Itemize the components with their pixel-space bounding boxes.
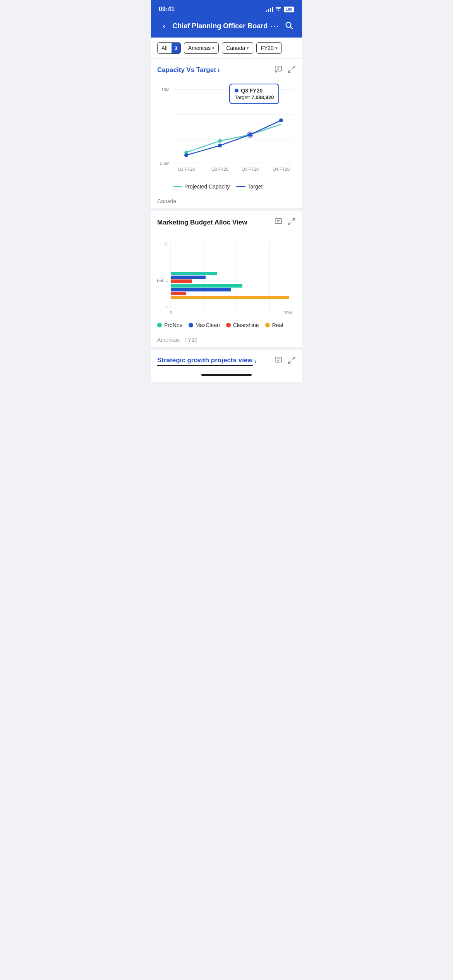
all-label: All: [158, 43, 172, 53]
marketing-chart-title: Marketing Budget Alloc View: [157, 219, 247, 226]
svg-rect-41: [171, 276, 206, 279]
chart-actions: [274, 65, 296, 75]
canada-section-label: Canada: [151, 194, 302, 208]
budget-header: Marketing Budget Alloc View: [157, 218, 296, 228]
marketing-budget-section: Marketing Budget Alloc View: [151, 211, 302, 333]
svg-text:Q3 FY20: Q3 FY20: [242, 167, 259, 171]
expand-icon[interactable]: [287, 65, 296, 75]
region-label: Americas: [188, 45, 211, 51]
country-chevron-icon: ▾: [247, 46, 249, 51]
status-bar: 09:41 100: [151, 0, 302, 17]
divider-2: [151, 347, 302, 350]
budget-chart-actions: [274, 218, 296, 228]
strategic-expand-icon[interactable]: [287, 356, 296, 366]
svg-rect-42: [171, 279, 192, 283]
svg-text:2.5M: 2.5M: [160, 161, 170, 166]
svg-rect-46: [171, 296, 289, 299]
footer-section: Americas FY20: [151, 333, 302, 347]
strategic-section: Strategic growth projects view ›: [151, 350, 302, 371]
svg-point-24: [279, 118, 283, 122]
svg-text:0: 0: [170, 310, 172, 315]
svg-point-22: [218, 144, 222, 147]
battery-icon: 100: [284, 7, 294, 12]
svg-text:-1: -1: [164, 242, 168, 246]
svg-rect-2: [275, 66, 282, 71]
svg-point-21: [184, 153, 188, 157]
divider-1: [151, 208, 302, 211]
filter-bar: All 3 Americas ▾ Canada ▾ FY20 ▾: [151, 38, 302, 59]
svg-text:Allocated ...: Allocated ...: [157, 278, 168, 283]
projected-legend-label: Projected Capacity: [184, 183, 230, 190]
more-button[interactable]: ···: [271, 21, 279, 31]
pronov-legend: ProNov: [157, 322, 182, 328]
bar-chart-legend: ProNov MaxClean Clearshine Real: [157, 322, 296, 328]
clearshine-label: Clearshine: [233, 322, 259, 328]
all-badge: 3: [172, 43, 180, 53]
budget-comment-icon[interactable]: [274, 218, 283, 228]
bar-chart-svg: -1 Allocated ... 1 0 20M: [157, 234, 296, 319]
svg-text:1: 1: [166, 305, 168, 310]
real-legend: Real: [265, 322, 283, 328]
svg-text:20M: 20M: [284, 310, 292, 315]
budget-expand-icon[interactable]: [287, 218, 296, 228]
maxclean-dot: [189, 323, 193, 327]
search-button[interactable]: [283, 21, 294, 31]
svg-line-6: [288, 70, 291, 72]
target-legend: Target: [236, 183, 263, 190]
svg-point-23: [248, 133, 252, 137]
region-chevron-icon: ▾: [212, 46, 214, 51]
projected-legend: Projected Capacity: [173, 183, 230, 190]
target-legend-label: Target: [248, 183, 263, 190]
real-dot: [265, 323, 270, 327]
region-filter[interactable]: Americas ▾: [184, 42, 219, 54]
title-arrow-icon: ›: [218, 66, 220, 74]
pronov-dot: [157, 323, 162, 327]
country-label: Canada: [226, 45, 245, 51]
year-chevron-icon: ▾: [275, 46, 278, 51]
svg-text:Q1 FY20: Q1 FY20: [178, 167, 195, 171]
chart-legend: Projected Capacity Target: [157, 183, 296, 190]
clearshine-legend: Clearshine: [226, 322, 259, 328]
svg-text:10M: 10M: [161, 87, 170, 92]
country-filter[interactable]: Canada ▾: [222, 42, 253, 54]
strategic-comment-icon[interactable]: [274, 356, 283, 366]
svg-line-51: [288, 361, 291, 363]
home-indicator: [151, 371, 302, 382]
line-chart-svg: 10M 2.5M Q1 FY20 Q2 FY20 Q3 FY20 Q4 FY20: [157, 80, 296, 180]
pronov-label: ProNov: [164, 322, 182, 328]
svg-rect-43: [171, 284, 242, 288]
header: ‹ Chief Planning Officer Board ···: [151, 17, 302, 38]
svg-line-28: [292, 219, 295, 221]
line-chart: 10M 2.5M Q1 FY20 Q2 FY20 Q3 FY20 Q4 FY20: [157, 80, 296, 180]
svg-rect-47: [275, 357, 282, 362]
svg-line-29: [288, 223, 291, 225]
year-filter[interactable]: FY20 ▾: [256, 42, 281, 54]
strategic-title: Strategic growth projects view: [157, 356, 253, 366]
svg-text:Q2 FY20: Q2 FY20: [211, 167, 228, 171]
page-title: Chief Planning Officer Board: [170, 22, 271, 30]
bar-chart: -1 Allocated ... 1 0 20M: [157, 234, 296, 319]
status-time: 09:41: [159, 6, 175, 13]
svg-line-50: [292, 357, 295, 360]
footer-region: Americas: [157, 337, 180, 343]
all-filter-button[interactable]: All 3: [157, 42, 181, 54]
maxclean-legend: MaxClean: [189, 322, 220, 328]
comment-icon[interactable]: [274, 65, 283, 75]
back-button[interactable]: ‹: [159, 21, 170, 31]
svg-line-5: [292, 66, 295, 69]
signal-icon: [266, 7, 273, 12]
real-label: Real: [272, 322, 283, 328]
svg-rect-25: [275, 219, 282, 224]
strategic-title-container[interactable]: Strategic growth projects view ›: [157, 356, 257, 366]
svg-point-18: [218, 139, 222, 143]
maxclean-label: MaxClean: [196, 322, 220, 328]
teal-legend-icon: [173, 186, 182, 187]
strategic-chart-actions: [274, 356, 296, 366]
wifi-icon: [275, 7, 281, 12]
footer-year: FY20: [184, 337, 197, 343]
capacity-chart-section: Capacity Vs Target ›: [151, 59, 302, 194]
svg-rect-40: [171, 272, 217, 275]
navy-legend-icon: [236, 186, 245, 187]
clearshine-dot: [226, 323, 231, 327]
strategic-arrow-icon: ›: [254, 357, 257, 365]
